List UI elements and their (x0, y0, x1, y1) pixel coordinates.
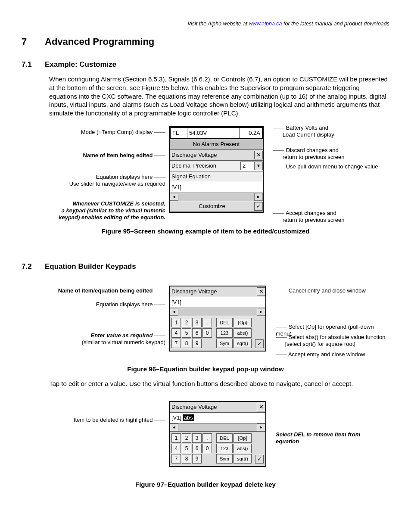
key-7[interactable]: 7 (171, 454, 181, 464)
close-icon[interactable]: ✕ (257, 403, 265, 411)
key-abs[interactable]: abs() (234, 444, 252, 453)
key-5[interactable]: 5 (182, 328, 191, 338)
scroll-track[interactable] (178, 193, 254, 201)
decimal-precision-label: Decimal Precision (170, 162, 240, 169)
keypad-equation[interactable]: [V1] abs (170, 414, 196, 421)
scroll-left-icon[interactable]: ◄ (170, 193, 178, 201)
figure-96-caption: Figure 96–Equation builder keypad pop-up… (22, 365, 389, 373)
close-icon[interactable]: ✕ (254, 151, 263, 159)
numeric-keypad: 1 2 3 . 4 5 6 0 7 8 9 (171, 318, 212, 348)
decimal-precision-value[interactable]: 2 (240, 162, 254, 170)
accept-icon[interactable]: ✓ (255, 339, 264, 348)
key-5[interactable]: 5 (182, 444, 191, 453)
section-7-2-heading: 7.2Equation Builder Keypads (22, 262, 389, 271)
fig97-r1a: Select DEL to remove item from (276, 431, 360, 438)
key-3[interactable]: 3 (192, 318, 202, 327)
key-8[interactable]: 8 (182, 454, 191, 464)
customize-button[interactable]: Customize (170, 203, 254, 209)
fig95-ann-eq2: Use slider to navigate/view as required (69, 180, 165, 187)
fig96-l3b: (similar to virtual numeric keypad) (82, 339, 165, 345)
numeric-keypad: 1 2 3 . 4 5 6 0 7 8 9 (171, 433, 212, 464)
figure-97-caption: Figure 97–Equation builder keypad delete… (22, 481, 389, 488)
scroll-right-icon[interactable]: ► (257, 423, 265, 431)
key-del[interactable]: DEL (216, 318, 233, 327)
keypad-title: Discharge Voltage (170, 288, 257, 295)
signal-equation-label: Signal Equation (170, 173, 212, 180)
alarm-status: No Alarms Present (170, 141, 263, 147)
key-op[interactable]: [Op] (234, 433, 252, 443)
key-1[interactable]: 1 (171, 433, 181, 443)
fig96-l1: Name of item/equation being edited (58, 287, 153, 294)
function-keys: DEL [Op] 123 abs() Sym sqrt() (216, 433, 252, 464)
fig96-r3a: Select abs() for absolute value function (289, 334, 386, 340)
fig97-l1: Item to be deleted is highlighted (74, 417, 153, 423)
key-sym[interactable]: Sym (216, 454, 233, 464)
fig95-r4a: Accept changes and (286, 210, 336, 216)
close-icon[interactable]: ✕ (257, 287, 265, 296)
fig95-ann-k3: keypad) enables editing of the equation. (59, 214, 165, 221)
key-abs[interactable]: abs() (234, 328, 252, 338)
fig97-r1b: equation (276, 438, 299, 445)
key-3[interactable]: 3 (192, 433, 202, 443)
fig95-r2b: return to previous screen (283, 154, 345, 160)
accept-icon[interactable]: ✓ (254, 202, 263, 211)
key-6[interactable]: 6 (192, 444, 202, 453)
fig96-r1: Cancel entry and close window (289, 287, 366, 294)
key-4[interactable]: 4 (171, 328, 181, 338)
key-op[interactable]: [Op] (234, 318, 252, 327)
key-dot[interactable]: . (202, 433, 212, 443)
accept-icon[interactable]: ✓ (255, 455, 264, 464)
highlighted-token: abs (183, 414, 194, 421)
key-0[interactable]: 0 (202, 444, 212, 453)
key-dot[interactable]: . (202, 318, 212, 327)
scroll-left-icon[interactable]: ◄ (170, 423, 178, 431)
equation-field[interactable]: [V1] (170, 184, 183, 190)
fig96-l3a: Enter value as required (91, 332, 153, 339)
scroll-left-icon[interactable]: ◄ (170, 308, 178, 316)
header-link[interactable]: www.alpha.ca (249, 21, 282, 27)
keypad-equation[interactable]: [V1] (170, 299, 183, 305)
key-7[interactable]: 7 (171, 339, 181, 348)
key-9[interactable]: 9 (192, 454, 202, 464)
figure-95-caption: Figure 95–Screen showing example of item… (22, 227, 389, 235)
key-2[interactable]: 2 (182, 433, 191, 443)
item-name-field: Discharge Voltage (170, 152, 254, 158)
fig95-ann-name: Name of item being edited (83, 152, 153, 159)
key-sym[interactable]: Sym (216, 339, 233, 348)
chapter-title: Advanced Programming (45, 36, 154, 47)
dropdown-icon[interactable]: ▼ (254, 162, 263, 170)
fig96-l2: Equation displays here (96, 301, 153, 308)
key-del[interactable]: DEL (216, 433, 233, 443)
fig95-r1a: Battery Volts and (286, 124, 328, 131)
key-0[interactable]: 0 (202, 328, 212, 338)
key-4[interactable]: 4 (171, 444, 181, 453)
fig95-r4b: return to previous screen (283, 217, 345, 223)
scroll-track[interactable] (178, 308, 257, 316)
key-6[interactable]: 6 (192, 328, 202, 338)
header-note: Visit the Alpha website at www.alpha.ca … (22, 21, 389, 27)
chapter-number: 7 (22, 36, 45, 47)
keypad-title: Discharge Voltage (170, 404, 257, 410)
key-sqrt[interactable]: sqrt() (234, 339, 252, 348)
key-8[interactable]: 8 (182, 339, 191, 348)
fig95-r1b: Load Current display (283, 131, 334, 138)
fig95-ann-k1: Whenever CUSTOMIZE is selected, (72, 200, 165, 207)
function-keys: DEL [Op] 123 abs() Sym sqrt() (216, 318, 252, 348)
scroll-right-icon[interactable]: ► (257, 308, 265, 316)
key-sqrt[interactable]: sqrt() (234, 454, 252, 464)
key-2[interactable]: 2 (182, 318, 191, 327)
scroll-track[interactable] (178, 423, 257, 431)
fig95-r3: Use pull-down menu to change value (286, 163, 378, 170)
key-123[interactable]: 123 (216, 444, 233, 453)
current-display: 0.2A (240, 130, 262, 136)
key-123[interactable]: 123 (216, 328, 233, 338)
scroll-right-icon[interactable]: ► (254, 193, 263, 201)
fig96-r3b: [select sqrt() for square root] (285, 341, 355, 347)
chapter-heading: 7Advanced Programming (22, 36, 389, 47)
fig95-r2a: Discard changes and (286, 147, 339, 153)
mode-display: FL (171, 128, 187, 138)
section-7-2-number: 7.2 (22, 262, 45, 271)
key-9[interactable]: 9 (192, 339, 202, 348)
section-7-1-number: 7.1 (22, 60, 45, 69)
key-1[interactable]: 1 (171, 318, 181, 327)
